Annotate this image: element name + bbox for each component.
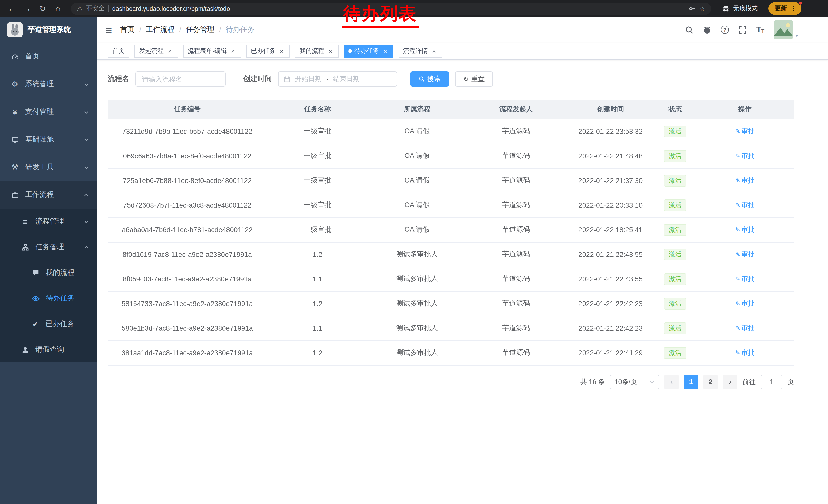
github-icon[interactable] xyxy=(703,26,711,34)
date-range-picker[interactable]: 开始日期 - 结束日期 xyxy=(278,71,397,87)
font-size-icon[interactable]: TT xyxy=(756,26,764,34)
edit-icon: ✎ xyxy=(735,152,740,159)
user-avatar[interactable]: ▾ xyxy=(774,20,798,40)
app-logo[interactable]: 芋道管理系统 xyxy=(0,17,97,43)
close-icon[interactable]: × xyxy=(382,47,389,55)
tab-done-tasks[interactable]: 已办任务 × xyxy=(246,44,290,58)
browser-reload-button[interactable]: ↻ xyxy=(36,2,49,15)
approve-button[interactable]: ✎审批 xyxy=(735,300,755,307)
goto-page-input[interactable] xyxy=(761,374,782,389)
tab-home[interactable]: 首页 xyxy=(108,44,129,58)
breadcrumb-separator: / xyxy=(219,26,221,34)
avatar-image xyxy=(774,20,793,40)
tab-todo-tasks[interactable]: 待办任务 × xyxy=(344,44,394,58)
search-button[interactable]: 搜索 xyxy=(410,71,449,87)
collapse-sidebar-icon[interactable]: ≡ xyxy=(106,25,112,35)
browser-home-button[interactable]: ⌂ xyxy=(51,2,65,15)
sidebar-item-todo-tasks[interactable]: 待办任务 xyxy=(0,286,97,311)
close-icon[interactable]: × xyxy=(278,47,285,55)
browser-back-button[interactable]: ← xyxy=(5,2,18,15)
fullscreen-icon[interactable] xyxy=(738,26,747,34)
browser-update-button[interactable]: 更新 ⋮ xyxy=(769,2,801,15)
status-badge: 激活 xyxy=(664,224,687,236)
page-button-2[interactable]: 2 xyxy=(703,374,718,389)
sidebar-item-my-process[interactable]: 我的流程 xyxy=(0,260,97,286)
status-badge: 激活 xyxy=(664,347,687,359)
password-key-icon[interactable] xyxy=(689,5,696,12)
next-page-button[interactable]: › xyxy=(723,374,737,389)
edit-icon: ✎ xyxy=(735,177,740,184)
approve-button[interactable]: ✎审批 xyxy=(735,349,755,356)
calendar-icon xyxy=(284,76,290,82)
edit-icon: ✎ xyxy=(735,226,740,233)
sidebar-item-done-tasks[interactable]: ✔ 已办任务 xyxy=(0,311,97,337)
filter-bar: 流程名 创建时间 开始日期 - 结束日期 搜索 ↻ xyxy=(108,71,794,87)
approve-button[interactable]: ✎审批 xyxy=(735,324,755,332)
close-icon[interactable]: × xyxy=(166,47,173,55)
help-icon[interactable]: ? xyxy=(721,26,729,34)
status-badge: 激活 xyxy=(664,322,687,334)
col-starter: 流程发起人 xyxy=(466,100,566,119)
prev-page-button[interactable]: ‹ xyxy=(664,374,679,389)
active-dot xyxy=(348,49,352,53)
process-name-input[interactable] xyxy=(135,71,226,87)
tab-my-process[interactable]: 我的流程 × xyxy=(295,44,339,58)
tab-process-detail[interactable]: 流程详情 × xyxy=(399,44,442,58)
update-label: 更新 xyxy=(775,4,787,13)
close-icon[interactable]: × xyxy=(430,47,438,55)
approve-button[interactable]: ✎审批 xyxy=(735,152,755,159)
browser-menu-icon[interactable]: ⋮ xyxy=(791,5,797,12)
approve-button[interactable]: ✎审批 xyxy=(735,127,755,135)
chevron-down-icon xyxy=(650,379,655,384)
sidebar-item-task-management[interactable]: 任务管理 xyxy=(0,234,97,260)
breadcrumb-task-management[interactable]: 任务管理 xyxy=(186,25,214,34)
breadcrumb-home[interactable]: 首页 xyxy=(120,25,135,34)
status-badge: 激活 xyxy=(664,273,687,285)
page-size-select[interactable]: 10条/页 xyxy=(610,374,659,389)
approve-button[interactable]: ✎审批 xyxy=(735,250,755,258)
sidebar-item-process-management[interactable]: ≡ 流程管理 xyxy=(0,209,97,234)
page-button-1[interactable]: 1 xyxy=(684,374,698,389)
workflow-submenu: ≡ 流程管理 任务管理 我的流程 xyxy=(0,209,97,363)
breadcrumb-separator: / xyxy=(139,26,141,34)
sidebar-item-infrastructure[interactable]: 基础设施 xyxy=(0,126,97,153)
chevron-down-icon xyxy=(84,164,89,170)
approve-button[interactable]: ✎审批 xyxy=(735,275,755,282)
approve-button[interactable]: ✎审批 xyxy=(735,201,755,209)
close-icon[interactable]: × xyxy=(229,47,237,55)
sidebar-item-workflow[interactable]: 工作流程 xyxy=(0,181,97,209)
reset-button[interactable]: ↻ 重置 xyxy=(455,71,493,87)
approve-button[interactable]: ✎审批 xyxy=(735,226,755,233)
close-icon[interactable]: × xyxy=(327,47,334,55)
app-title: 芋道管理系统 xyxy=(28,25,71,34)
monitor-icon xyxy=(10,136,19,143)
sidebar-item-leave-query[interactable]: 请假查询 xyxy=(0,337,97,363)
status-badge: 激活 xyxy=(664,125,687,137)
sidebar-item-devtools[interactable]: ⚒ 研发工具 xyxy=(0,153,97,181)
sidebar-item-system[interactable]: ⚙ 系统管理 xyxy=(0,70,97,98)
sidebar-item-payment[interactable]: ¥ 支付管理 xyxy=(0,98,97,126)
approve-button[interactable]: ✎审批 xyxy=(735,176,755,184)
omnibox-divider xyxy=(108,5,109,12)
browser-forward-button[interactable]: → xyxy=(20,2,34,15)
bookmark-star-icon[interactable]: ☆ xyxy=(699,5,705,12)
tab-start-process[interactable]: 发起流程 × xyxy=(134,44,178,58)
dashboard-icon xyxy=(10,53,19,60)
table-row: 8f0d1619-7ac8-11ec-a9e2-a2380e71991a 1.2… xyxy=(108,242,794,267)
search-icon[interactable] xyxy=(685,26,694,34)
navbar-actions: ? TT ▾ xyxy=(685,20,798,40)
col-create-time: 创建时间 xyxy=(566,100,655,119)
col-task-name: 任务名称 xyxy=(267,100,368,119)
table-row: 58154733-7ac8-11ec-a9e2-a2380e71991a 1.2… xyxy=(108,291,794,316)
end-date-placeholder: 结束日期 xyxy=(333,74,360,84)
sidebar-item-home[interactable]: 首页 xyxy=(0,43,97,70)
breadcrumb-separator: / xyxy=(179,26,181,34)
screen: ← → ↻ ⌂ ⚠ 不安全 dashboard.yudao.iocoder.cn… xyxy=(0,0,828,504)
not-secure-icon: ⚠ xyxy=(77,5,83,12)
chevron-down-icon xyxy=(84,219,89,224)
breadcrumb-workflow[interactable]: 工作流程 xyxy=(146,25,174,34)
org-tree-icon xyxy=(20,243,30,251)
sidebar-item-label: 待办任务 xyxy=(46,294,74,303)
tab-process-form-edit[interactable]: 流程表单-编辑 × xyxy=(183,44,241,58)
status-badge: 激活 xyxy=(664,297,687,310)
